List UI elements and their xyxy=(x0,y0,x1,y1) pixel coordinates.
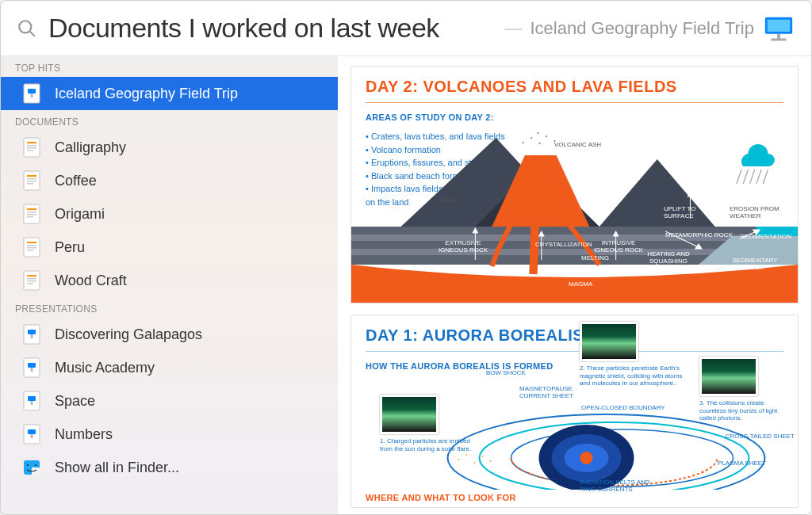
divider xyxy=(366,351,783,352)
diagram-label: HEATING AND SQUASHING xyxy=(645,250,692,265)
search-input[interactable] xyxy=(48,13,505,44)
search-icon xyxy=(17,18,37,39)
finder-icon xyxy=(23,457,40,478)
search-bar: — Iceland Geography Field Trip xyxy=(1,1,811,56)
svg-rect-7 xyxy=(28,89,36,93)
aurora-image xyxy=(380,395,439,434)
svg-point-91 xyxy=(466,454,468,456)
svg-rect-16 xyxy=(27,178,36,180)
svg-rect-32 xyxy=(27,280,36,282)
result-label: Peru xyxy=(55,239,85,256)
keynote-doc-icon xyxy=(23,424,40,444)
diagram-label: UPLIFT TO SURFACE xyxy=(664,205,703,219)
svg-line-52 xyxy=(756,170,761,184)
svg-line-1 xyxy=(29,31,35,36)
svg-point-60 xyxy=(539,143,541,144)
result-row[interactable]: Numbers xyxy=(1,418,338,451)
svg-rect-3 xyxy=(768,19,791,31)
result-row[interactable]: Discovering Galapagos xyxy=(1,318,338,351)
svg-rect-26 xyxy=(27,245,36,246)
svg-rect-28 xyxy=(27,250,33,251)
section-header-presentations: PRESENTATIONS xyxy=(1,297,338,318)
svg-rect-10 xyxy=(27,142,36,143)
svg-point-90 xyxy=(458,459,460,460)
svg-rect-38 xyxy=(28,363,36,368)
svg-rect-44 xyxy=(28,429,36,434)
aurora-image xyxy=(699,357,758,396)
result-row[interactable]: Origami xyxy=(1,197,338,231)
svg-line-51 xyxy=(750,170,755,184)
result-label: Space xyxy=(55,393,95,410)
diagram-label: CRYSTALLIZATION xyxy=(535,241,592,248)
svg-rect-8 xyxy=(31,93,33,97)
window-body: TOP HITS Iceland Geography Field Trip DO… xyxy=(1,56,811,514)
svg-rect-41 xyxy=(28,396,36,401)
diagram-label: LAVA xyxy=(439,196,454,204)
aurora-caption: 3. The collisions create countless tiny … xyxy=(699,399,787,422)
keynote-doc-icon xyxy=(23,391,40,411)
svg-rect-18 xyxy=(27,183,33,185)
result-row[interactable]: Wood Craft xyxy=(1,264,338,297)
svg-rect-11 xyxy=(27,145,36,147)
svg-rect-22 xyxy=(27,214,36,216)
preview-pane: DAY 2: VOLCANOES AND LAVA FIELDS AREAS O… xyxy=(338,56,811,514)
result-row[interactable]: Calligraphy xyxy=(1,131,338,164)
svg-rect-20 xyxy=(27,208,36,210)
breadcrumb-separator: — xyxy=(505,18,523,39)
keynote-doc-icon xyxy=(23,83,40,104)
diagram-label: MAGMA xyxy=(569,280,592,288)
svg-rect-23 xyxy=(27,216,33,218)
slide-title: DAY 1: AURORA BOREALIS xyxy=(366,326,783,345)
result-row[interactable]: Coffee xyxy=(1,164,338,197)
slide-footer-note: WHERE AND WHAT TO LOOK FOR xyxy=(366,493,516,502)
svg-point-92 xyxy=(474,462,476,464)
svg-point-59 xyxy=(530,137,532,139)
result-row[interactable]: Peru xyxy=(1,231,338,264)
aurora-callout-3: 3. The collisions create countless tiny … xyxy=(699,357,787,422)
svg-point-89 xyxy=(580,452,593,464)
result-row[interactable]: Music Academy xyxy=(1,351,338,384)
svg-rect-35 xyxy=(28,330,36,334)
svg-marker-82 xyxy=(688,192,692,196)
divider xyxy=(366,102,783,103)
svg-rect-4 xyxy=(777,33,780,39)
svg-point-58 xyxy=(523,142,524,143)
svg-rect-45 xyxy=(31,434,33,438)
svg-line-53 xyxy=(763,170,768,184)
aurora-callout-2: 2. These particles penetrate Earth's mag… xyxy=(580,322,683,387)
svg-rect-5 xyxy=(771,38,786,40)
diagram-label: OPEN-CLOSED BOUNDARY xyxy=(581,404,665,411)
aurora-caption: 1. Charged particles are emitted from th… xyxy=(380,437,483,452)
section-header-top-hits: TOP HITS xyxy=(1,56,338,77)
svg-rect-13 xyxy=(27,150,33,151)
result-row-top-hit[interactable]: Iceland Geography Field Trip xyxy=(1,77,338,110)
svg-rect-33 xyxy=(27,283,33,284)
pages-doc-icon xyxy=(23,137,40,158)
diagram-label: SEDIMENTATION xyxy=(740,233,791,240)
result-label: Wood Craft xyxy=(55,273,127,289)
results-sidebar[interactable]: TOP HITS Iceland Geography Field Trip DO… xyxy=(1,56,338,514)
preview-slide-day2: DAY 2: VOLCANOES AND LAVA FIELDS AREAS O… xyxy=(350,66,799,303)
diagram-label: CROSS-TAILED SHEET xyxy=(726,433,795,440)
svg-rect-30 xyxy=(27,275,36,277)
result-row[interactable]: Space xyxy=(1,384,338,418)
svg-point-0 xyxy=(19,21,31,32)
diagram-label: VOLCANIC ASH xyxy=(554,141,601,148)
diagram-label: EROSION FROM WEATHER xyxy=(730,205,795,219)
svg-rect-21 xyxy=(27,212,36,213)
svg-line-49 xyxy=(737,170,741,184)
svg-rect-25 xyxy=(27,242,36,243)
pages-doc-icon xyxy=(23,270,40,291)
slide-title: DAY 2: VOLCANOES AND LAVA FIELDS xyxy=(366,78,783,96)
breadcrumb-title: Iceland Geography Field Trip xyxy=(530,18,755,39)
svg-point-48 xyxy=(35,464,36,466)
diagram-label: BOW SHOCK xyxy=(486,369,526,376)
diagram-label: EXTRUSIVE IGNEOUS ROCK xyxy=(435,239,491,254)
svg-rect-31 xyxy=(27,278,36,280)
show-all-in-finder[interactable]: Show all in Finder... xyxy=(1,451,338,484)
svg-rect-42 xyxy=(31,401,33,405)
diagram-label: MAGNETOPAUSE CURRENT SHEET xyxy=(519,385,575,399)
result-label: Calligraphy xyxy=(55,139,126,156)
pages-doc-icon xyxy=(23,204,40,224)
aurora-image xyxy=(580,322,638,361)
